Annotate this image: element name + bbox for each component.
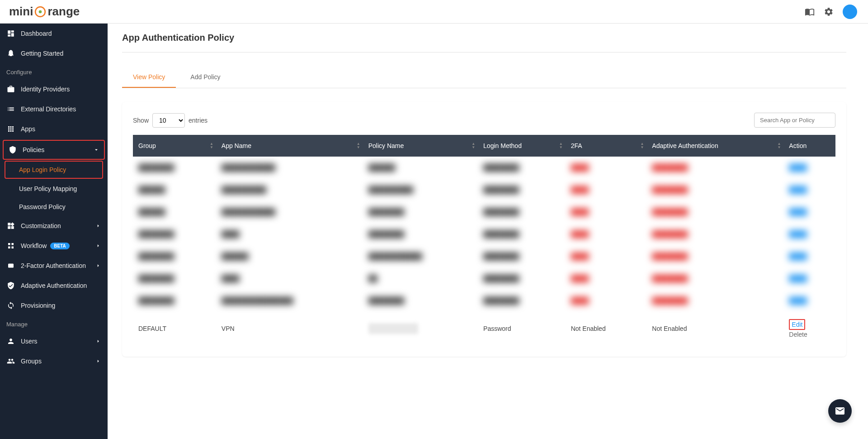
sort-icon: ▲▼	[559, 142, 563, 149]
top-header: minirange	[0, 0, 868, 24]
table-row: ████████████████████████████████████████…	[133, 201, 835, 223]
sidebar-item-label: Users	[21, 338, 38, 345]
user-icon	[6, 337, 15, 346]
sort-icon: ▲▼	[357, 142, 360, 149]
chevron-right-icon	[95, 243, 101, 249]
chevron-right-icon	[95, 262, 101, 269]
policy-table: Group▲▼ App Name▲▼ Policy Name▲▼ Login M…	[133, 135, 835, 346]
sidebar-item-dashboard[interactable]: Dashboard	[0, 24, 108, 43]
sidebar-item-label: Getting Started	[21, 50, 63, 57]
sidebar: Dashboard Getting Started Configure Iden…	[0, 24, 108, 439]
th-adaptive-auth[interactable]: Adaptive Authentication▲▼	[646, 135, 783, 157]
sidebar-item-label: Apps	[21, 125, 35, 133]
sidebar-item-label: External Directories	[21, 105, 76, 113]
sidebar-item-provisioning[interactable]: Provisioning	[0, 296, 108, 315]
entries-label: entries	[189, 117, 208, 124]
th-login-method[interactable]: Login Method▲▼	[478, 135, 566, 157]
table-row: ████████████████████████████████████████…	[133, 157, 835, 179]
rocket-icon	[6, 49, 15, 58]
cell-app-name: VPN	[216, 312, 363, 346]
sidebar-item-policies[interactable]: Policies	[3, 140, 105, 160]
sidebar-item-2fa[interactable]: 2-Factor Authentication	[0, 256, 108, 276]
sidebar-subitem-label: App Login Policy	[19, 166, 66, 173]
sidebar-section-configure: Configure	[0, 63, 108, 79]
delete-link[interactable]: Delete	[789, 331, 830, 338]
th-policy-name[interactable]: Policy Name▲▼	[363, 135, 478, 157]
avatar[interactable]	[843, 5, 857, 19]
table-row: ██████████████████████████████████████	[133, 267, 835, 290]
main-content: App Authentication Policy View Policy Ad…	[108, 24, 868, 439]
table-row: ████████████████████████████████████████…	[133, 290, 835, 312]
sidebar-subitem-password-policy[interactable]: Password Policy	[0, 198, 108, 216]
logo-text-pre: mini	[9, 5, 33, 19]
book-icon[interactable]	[805, 7, 815, 17]
th-app-name[interactable]: App Name▲▼	[216, 135, 363, 157]
sidebar-item-getting-started[interactable]: Getting Started	[0, 43, 108, 63]
cell-login-method: Password	[478, 312, 566, 346]
sidebar-item-groups[interactable]: Groups	[0, 351, 108, 371]
beta-badge: BETA	[50, 243, 69, 249]
show-label: Show	[133, 117, 149, 124]
sidebar-item-adaptive-auth[interactable]: Adaptive Authentication	[0, 276, 108, 296]
fab-contact-button[interactable]	[828, 399, 852, 423]
cell-adaptive-auth: Not Enabled	[646, 312, 783, 346]
cell-policy-name	[363, 312, 478, 346]
entries-select[interactable]: 10	[152, 113, 185, 128]
mail-icon	[835, 406, 845, 416]
edit-link[interactable]: Edit	[789, 319, 805, 330]
th-group[interactable]: Group▲▼	[133, 135, 216, 157]
shield-icon	[8, 145, 17, 154]
logo-text-post: range	[47, 5, 80, 19]
sidebar-item-customization[interactable]: Customization	[0, 216, 108, 236]
chevron-right-icon	[95, 358, 101, 364]
chevron-right-icon	[95, 338, 101, 344]
sidebar-item-external-directories[interactable]: External Directories	[0, 99, 108, 119]
sidebar-item-apps[interactable]: Apps	[0, 119, 108, 139]
table-header-row: Group▲▼ App Name▲▼ Policy Name▲▼ Login M…	[133, 135, 835, 157]
sidebar-item-label: Groups	[21, 358, 42, 365]
search-input[interactable]	[754, 113, 835, 128]
tab-view-policy[interactable]: View Policy	[122, 67, 176, 88]
svg-rect-2	[8, 264, 14, 268]
tab-add-policy[interactable]: Add Policy	[179, 67, 231, 88]
sidebar-item-label: Identity Providers	[21, 86, 70, 93]
sidebar-item-workflow[interactable]: Workflow BETA	[0, 236, 108, 256]
sidebar-subitem-label: User Policy Mapping	[19, 185, 77, 192]
sidebar-item-label: Adaptive Authentication	[21, 282, 87, 289]
table-row: ████████████████████████████████████████…	[133, 223, 835, 245]
widgets-icon	[6, 221, 15, 230]
sidebar-item-label: Policies	[23, 146, 44, 153]
sidebar-item-label: Customization	[21, 222, 61, 229]
sidebar-item-label: 2-Factor Authentication	[21, 262, 86, 269]
th-2fa[interactable]: 2FA▲▼	[566, 135, 647, 157]
dashboard-icon	[6, 29, 15, 38]
svg-point-1	[39, 10, 42, 13]
sidebar-item-users[interactable]: Users	[0, 331, 108, 351]
tab-label: Add Policy	[190, 73, 220, 81]
logo-target-icon	[34, 6, 46, 18]
table-row-default-vpn: DEFAULT VPN Password Not Enabled Not Ena…	[133, 312, 835, 346]
table-row: ████████████████████████████████████████…	[133, 179, 835, 201]
flow-icon	[6, 241, 15, 250]
sidebar-section-manage: Manage	[0, 315, 108, 331]
sidebar-item-label: Workflow	[21, 242, 47, 249]
chevron-down-icon	[93, 147, 99, 153]
page-title: App Authentication Policy	[122, 33, 846, 52]
logo[interactable]: minirange	[9, 5, 80, 19]
sidebar-item-label: Dashboard	[21, 30, 52, 37]
briefcase-icon	[6, 85, 15, 94]
gear-icon[interactable]	[824, 7, 834, 17]
cell-2fa: Not Enabled	[566, 312, 647, 346]
tab-label: View Policy	[133, 73, 165, 81]
sidebar-item-identity-providers[interactable]: Identity Providers	[0, 79, 108, 99]
cell-group: DEFAULT	[133, 312, 216, 346]
numbers-icon	[6, 261, 15, 270]
list-icon	[6, 105, 15, 114]
table-row: ████████████████████████████████████████…	[133, 245, 835, 267]
sidebar-subitem-label: Password Policy	[19, 203, 66, 210]
sort-icon: ▲▼	[640, 142, 644, 149]
policy-table-card: Show 10 entries Group▲▼ App Name▲▼ Polic…	[122, 102, 846, 357]
sidebar-subitem-user-policy-mapping[interactable]: User Policy Mapping	[0, 180, 108, 198]
sidebar-subitem-app-login-policy[interactable]: App Login Policy	[5, 161, 103, 179]
sidebar-item-label: Provisioning	[21, 302, 55, 309]
